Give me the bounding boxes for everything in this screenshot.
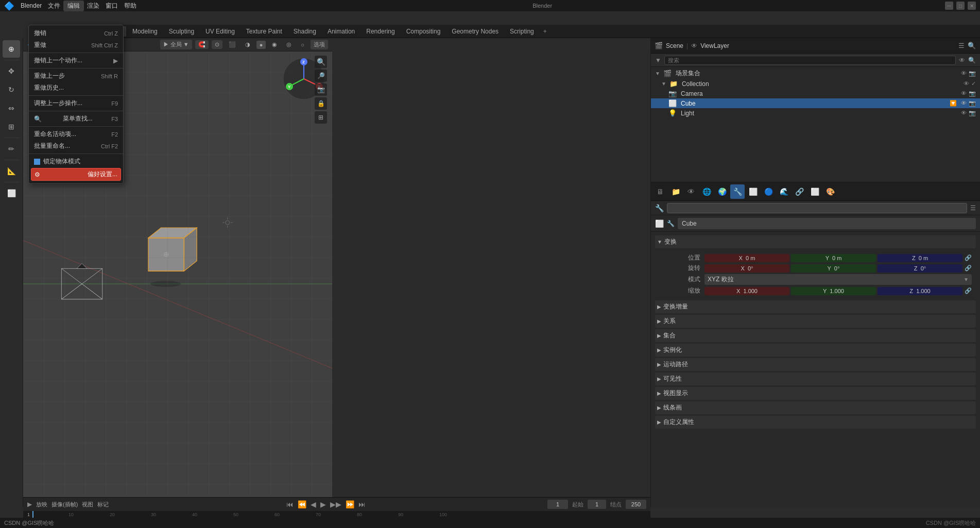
menu-redo-history[interactable]: 重做历史... — [29, 82, 123, 94]
view-all-toggle[interactable]: ▶ 全局 ▼ — [160, 40, 192, 49]
prop-tab-material[interactable]: 🎨 — [823, 184, 837, 199]
filter-icon[interactable]: ☰ — [958, 42, 965, 49]
rotation-mode-select[interactable]: XYZ 欧拉 ▼ — [704, 274, 972, 285]
prop-tab-world[interactable]: 🌍 — [715, 184, 729, 199]
prop-tab-constraints[interactable]: 🔗 — [792, 184, 806, 199]
tab-uv-editing[interactable]: UV Editing — [200, 26, 240, 37]
viewport-shading-wire[interactable]: ○ — [298, 41, 307, 49]
active-object-name-input[interactable] — [678, 218, 976, 229]
menu-lock-object-modes[interactable]: 锁定物体模式 — [29, 156, 123, 167]
prop-tab-particles[interactable]: 🔵 — [761, 184, 776, 199]
collections-section[interactable]: ▶ 集合 — [655, 329, 976, 342]
frame-selected-button[interactable]: ⊞ — [315, 111, 327, 124]
tab-rendering[interactable]: Rendering — [361, 26, 400, 37]
timeline-view-label[interactable]: 视图 — [82, 501, 93, 508]
start-frame-input[interactable] — [588, 500, 606, 509]
custom-properties-section[interactable]: ▶ 自定义属性 — [655, 416, 976, 429]
prop-tab-view-layer[interactable]: 👁 — [684, 184, 698, 199]
tab-geometry-nodes[interactable]: Geometry Nodes — [446, 26, 504, 37]
relations-section[interactable]: ▶ 关系 — [655, 315, 976, 328]
lineart-section[interactable]: ▶ 线条画 — [655, 401, 976, 414]
viewport-shading-solid[interactable]: ● — [256, 41, 266, 49]
visibility-section[interactable]: ▶ 可见性 — [655, 372, 976, 385]
menu-redo[interactable]: 重做 Shift Ctrl Z — [29, 39, 123, 51]
end-frame-input[interactable] — [626, 500, 646, 509]
jump-back-button[interactable]: ⏪ — [298, 500, 306, 508]
prop-tab-scene[interactable]: 🌐 — [699, 184, 714, 199]
outliner-row-cube[interactable]: ⬜ Cube 🔽 👁 📷 — [651, 98, 980, 108]
motion-paths-section[interactable]: ▶ 运动路径 — [655, 358, 976, 371]
eye-icon-camera[interactable]: 👁 — [961, 90, 967, 97]
snapping-toggle[interactable]: 🧲 — [195, 40, 209, 49]
tool-annotate[interactable]: ✏ — [3, 140, 20, 158]
play-button[interactable]: ▶ — [320, 500, 326, 508]
prop-tab-modifier[interactable]: ⬜ — [746, 184, 760, 199]
timeline-mode-label[interactable]: 放映 — [36, 501, 47, 508]
menu-edit[interactable]: 编辑 — [63, 1, 84, 11]
rot-x-field[interactable]: X 0° — [704, 264, 789, 272]
menu-preferences[interactable]: ⚙ 偏好设置... — [31, 168, 121, 181]
menu-adjust-last[interactable]: 调整上一步操作... F9 — [29, 97, 123, 109]
tab-texture-paint[interactable]: Texture Paint — [241, 26, 287, 37]
filter-icon-2[interactable]: 🔍 — [968, 42, 976, 49]
scale-z-field[interactable]: Z 1.000 — [878, 287, 962, 295]
eye-icon-collection[interactable]: 👁 — [964, 80, 969, 87]
scale-x-field[interactable]: X 1.000 — [704, 287, 789, 295]
outliner-row-collection[interactable]: ▼ 📁 Collection 👁 ✓ — [651, 79, 980, 89]
render-icon-scene[interactable]: 📷 — [969, 70, 976, 77]
tool-add-cube[interactable]: ⬜ — [3, 184, 20, 202]
tool-cursor[interactable]: ⊕ — [3, 40, 20, 58]
add-tab-button[interactable]: + — [540, 27, 550, 36]
step-forward-button[interactable]: ▶▶ — [330, 500, 341, 508]
viewport-display-section[interactable]: ▶ 视图显示 — [655, 387, 976, 400]
tab-scripting[interactable]: Scripting — [505, 26, 539, 37]
prop-tab-object[interactable]: 🔧 — [730, 184, 745, 199]
rot-z-field[interactable]: Z 0° — [878, 264, 962, 272]
pos-x-field[interactable]: X 0 m — [704, 254, 789, 262]
menu-blender[interactable]: Blender — [18, 1, 45, 10]
zoom-in-button[interactable]: 🔍 — [315, 56, 327, 68]
prop-tab-output[interactable]: 📁 — [668, 184, 683, 199]
prop-tab-data[interactable]: ⬜ — [807, 184, 822, 199]
rot-link-icon[interactable]: 🔗 — [965, 265, 972, 271]
exclude-icon-collection[interactable]: ✓ — [971, 80, 976, 87]
eye-icon-light[interactable]: 👁 — [961, 110, 967, 116]
transform-delta-section[interactable]: ▶ 变换增量 — [655, 300, 976, 313]
viewport-shading-rendered[interactable]: ◎ — [283, 40, 295, 49]
outliner-view-icon[interactable]: 👁 — [959, 57, 965, 64]
scene-name[interactable]: Scene — [666, 42, 683, 49]
outliner-row-camera[interactable]: 📷 Camera 👁 📷 — [651, 89, 980, 98]
step-back-button[interactable]: ◀ — [311, 500, 316, 508]
maximize-button[interactable]: □ — [956, 2, 965, 10]
tool-move[interactable]: ✥ — [3, 62, 20, 80]
prop-tab-physics[interactable]: 🌊 — [777, 184, 791, 199]
menu-undo-history[interactable]: 撤销上一个动作... ▶ — [29, 55, 123, 66]
goto-start-button[interactable]: ⏮ — [286, 500, 294, 508]
goto-end-button[interactable]: ⏭ — [358, 500, 366, 508]
tab-shading[interactable]: Shading — [288, 26, 321, 37]
tool-scale[interactable]: ⇔ — [3, 99, 20, 117]
outliner-filter-funnel[interactable]: ▼ — [655, 57, 661, 64]
camera-view-button[interactable]: 📷 — [315, 83, 327, 96]
tool-rotate[interactable]: ↻ — [3, 81, 20, 98]
minimize-button[interactable]: ─ — [945, 2, 953, 10]
outliner-filter-icon[interactable]: 🔍 — [968, 57, 976, 64]
tab-animation[interactable]: Animation — [322, 26, 360, 37]
tab-compositing[interactable]: Compositing — [401, 26, 446, 37]
tab-modeling[interactable]: Modeling — [127, 26, 163, 37]
tool-transform[interactable]: ⊞ — [3, 118, 20, 135]
transform-section-header[interactable]: ▼ 变换 — [655, 235, 976, 248]
scale-link-icon[interactable]: 🔗 — [965, 287, 972, 294]
overlay-toggle[interactable]: ⬛ — [226, 40, 239, 49]
jump-forward-button[interactable]: ⏩ — [346, 500, 354, 508]
timeline-marker-label[interactable]: 标记 — [97, 501, 109, 508]
viewport-shading-material[interactable]: ◉ — [269, 40, 280, 49]
menu-undo[interactable]: 撤销 Ctrl Z — [29, 27, 123, 39]
render-icon-light[interactable]: 📷 — [969, 110, 976, 116]
render-icon-cube[interactable]: 📷 — [969, 100, 976, 107]
outliner-search-input[interactable] — [664, 56, 956, 65]
menu-help[interactable]: 帮助 — [121, 1, 140, 11]
menu-redo-last[interactable]: 重做上一步 Shift R — [29, 70, 123, 82]
instancing-section[interactable]: ▶ 实例化 — [655, 344, 976, 356]
pos-y-field[interactable]: Y 0 m — [791, 254, 876, 262]
